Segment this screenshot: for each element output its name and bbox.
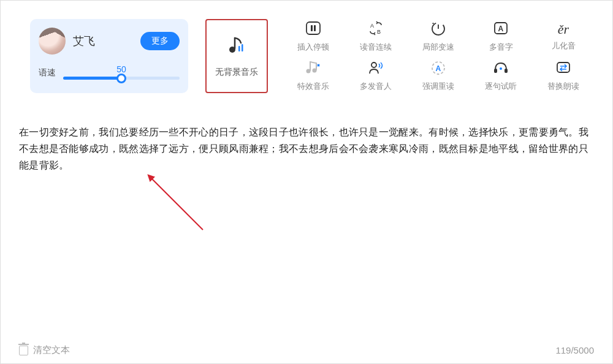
svg-text:A: A (436, 64, 441, 73)
svg-rect-3 (306, 22, 320, 34)
tool-replace-read[interactable]: 替换朗读 (535, 59, 592, 94)
background-music-card[interactable]: 无背景音乐 (205, 19, 268, 93)
music-label: 无背景音乐 (215, 67, 258, 78)
svg-rect-17 (504, 69, 508, 73)
link-icon: A B (367, 20, 385, 39)
svg-text:A: A (498, 25, 504, 33)
clear-label: 清空文本 (33, 344, 70, 356)
emphasis-icon: A (429, 59, 447, 78)
tool-label: 多发音人 (360, 81, 392, 92)
char-counter: 119/5000 (555, 345, 594, 355)
trash-icon (19, 346, 28, 355)
svg-rect-2 (242, 44, 243, 51)
tool-continuous[interactable]: A B 读音连续 (348, 19, 404, 54)
slider-track (63, 77, 180, 80)
tool-label: 多音字 (489, 42, 513, 53)
pause-icon (304, 20, 322, 39)
tool-grid: 插入停顿 A B 读音连续 (285, 19, 592, 93)
svg-point-18 (500, 67, 502, 70)
footer: 清空文本 119/5000 (19, 344, 594, 356)
tool-sfx[interactable]: 特效音乐 (285, 59, 341, 94)
tool-label: 逐句试听 (485, 81, 517, 92)
tool-label: 读音连续 (360, 42, 392, 53)
tool-emphasis[interactable]: A 强调重读 (410, 59, 466, 94)
tool-label: 局部变速 (422, 42, 454, 53)
speed-label: 语速 (39, 67, 56, 80)
tool-sentence-try[interactable]: 逐句试听 (473, 59, 529, 94)
tool-erhua[interactable]: ěr 儿化音 (535, 19, 592, 54)
tool-label: 强调重读 (422, 81, 454, 92)
tool-multi-speaker[interactable]: 多发音人 (348, 59, 404, 94)
tool-label: 替换朗读 (547, 81, 579, 92)
speed-slider[interactable]: 50 (63, 66, 180, 80)
polyphone-icon: A (492, 20, 510, 39)
svg-rect-4 (311, 25, 313, 31)
tool-label: 特效音乐 (297, 81, 329, 92)
svg-rect-1 (238, 46, 240, 51)
tool-polyphone[interactable]: A 多音字 (473, 19, 529, 54)
svg-rect-5 (314, 25, 316, 31)
slider-thumb[interactable] (116, 74, 126, 83)
voice-card: 艾飞 更多 语速 50 (30, 19, 188, 93)
tool-insert-pause[interactable]: 插入停顿 (285, 19, 341, 54)
svg-text:B: B (377, 29, 381, 35)
erhua-icon: ěr (558, 21, 569, 37)
svg-point-13 (371, 63, 376, 67)
tool-label: 插入停顿 (297, 42, 329, 53)
svg-text:A: A (370, 23, 374, 29)
voice-name: 艾飞 (73, 34, 95, 48)
tool-local-speed[interactable]: 局部变速 (410, 19, 466, 54)
tool-label: 儿化音 (552, 40, 576, 51)
headphone-icon (492, 59, 510, 78)
avatar (39, 28, 66, 55)
voice-card-top: 艾飞 更多 (39, 28, 180, 55)
music-note-icon (226, 35, 247, 58)
svg-rect-16 (494, 69, 497, 73)
speed-row: 语速 50 (39, 66, 180, 80)
clear-text-button[interactable]: 清空文本 (19, 344, 70, 356)
svg-point-12 (313, 69, 317, 73)
more-button[interactable]: 更多 (140, 32, 180, 50)
text-content[interactable]: 在一切变好之前，我们总要经历一些不开心的日子，这段日子也许很长，也许只是一觉醒来… (1, 93, 612, 173)
svg-point-11 (306, 69, 311, 74)
svg-rect-19 (557, 63, 569, 72)
svg-point-0 (229, 47, 235, 53)
svg-line-20 (151, 178, 203, 230)
top-toolbar: 艾飞 更多 语速 50 无背景音乐 (1, 1, 612, 93)
speed-icon (429, 20, 447, 39)
annotation-arrow (145, 172, 218, 245)
sfx-icon (304, 59, 322, 78)
speaker-icon (367, 59, 385, 78)
replace-icon (554, 59, 573, 78)
